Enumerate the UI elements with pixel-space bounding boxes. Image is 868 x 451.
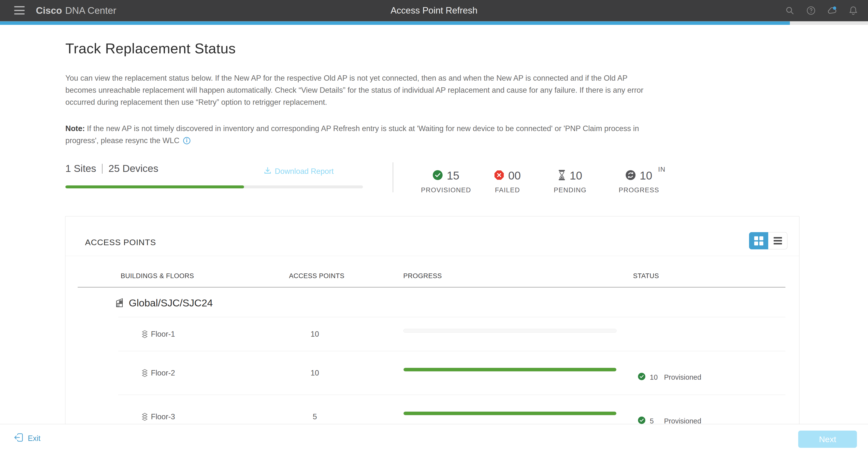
- note-label: Note:: [65, 124, 85, 133]
- column-buildings-floors: BUILDINGS & FLOORS: [121, 272, 194, 280]
- building-icon: [114, 297, 125, 309]
- floor-ap-count: 5: [288, 412, 342, 421]
- floor-row-1: Floor-1 10: [65, 317, 799, 351]
- download-report-label: Download Report: [275, 167, 334, 176]
- pending-count: 10: [570, 169, 582, 182]
- sync-icon: [626, 170, 636, 181]
- floor-name: Floor-3: [151, 412, 175, 421]
- column-progress: PROGRESS: [403, 272, 442, 280]
- table-header-row: BUILDINGS & FLOORS ACCESS POINTS PROGRES…: [65, 256, 799, 288]
- brand-cisco: Cisco: [36, 5, 62, 16]
- floor-status: 10 Provisioned: [638, 373, 702, 382]
- view-toggle: [749, 232, 787, 249]
- floor-progress-bar: [403, 412, 617, 415]
- overall-progress-bar: [65, 185, 363, 188]
- info-icon[interactable]: [183, 136, 191, 144]
- floor-progress-bar: [403, 329, 617, 333]
- brand: Cisco DNA Center: [36, 0, 116, 21]
- note-paragraph: Note: If the new AP is not timely discov…: [65, 122, 647, 147]
- floor-icon: [142, 330, 148, 338]
- status-check-icon: [638, 373, 645, 382]
- exit-button[interactable]: Exit: [13, 424, 40, 451]
- overall-progress-fill: [65, 185, 244, 188]
- check-circle-icon: [433, 170, 443, 181]
- floor-progress-fill: [404, 412, 616, 415]
- devices-count: 25 Devices: [108, 163, 158, 174]
- in-progress-count: 10: [640, 169, 652, 182]
- app-root: Cisco DNA Center Access Point Refresh: [0, 0, 868, 451]
- floor-name: Floor-1: [151, 330, 175, 339]
- floor-row-2: Floor-2 10 10 Provisioned: [65, 351, 799, 395]
- column-status: STATUS: [633, 272, 659, 280]
- cloud-status-icon[interactable]: [827, 6, 837, 16]
- floor-icon: [142, 413, 148, 421]
- provisioned-count: 15: [447, 169, 459, 182]
- page-load-bar-fill: [0, 21, 790, 25]
- note-text: If the new AP is not timely discovered i…: [65, 124, 639, 145]
- counter-pending: 10 PENDING: [542, 170, 598, 194]
- sites-devices-count: 1 Sites 25 Devices: [65, 163, 158, 174]
- page-load-bar: [0, 21, 868, 25]
- next-button[interactable]: Next: [798, 430, 857, 448]
- header-icon-group: [785, 0, 858, 21]
- counter-failed: 00 FAILED: [479, 170, 536, 194]
- grid-view-button[interactable]: [749, 232, 768, 249]
- card-header: ACCESS POINTS: [65, 216, 799, 256]
- failed-label: FAILED: [495, 186, 520, 194]
- brand-product: DNA Center: [65, 5, 116, 16]
- header-page-title: Access Point Refresh: [0, 0, 868, 21]
- floor-ap-count: 10: [288, 330, 342, 339]
- description-text: You can view the replacement status belo…: [65, 72, 647, 108]
- help-icon[interactable]: [806, 6, 816, 16]
- card-title: ACCESS POINTS: [85, 238, 156, 247]
- counter-in-progress: IN 10 PROGRESS: [612, 170, 666, 194]
- site-name: Global/SJC/SJC24: [129, 297, 213, 309]
- notifications-bell-icon[interactable]: [848, 6, 858, 16]
- grid-view-icon: [754, 236, 763, 245]
- site-row[interactable]: Global/SJC/SJC24: [65, 288, 799, 317]
- sites-count: 1 Sites: [65, 163, 96, 174]
- in-progress-label-top: IN: [658, 166, 665, 173]
- failed-octagon-icon: [494, 170, 504, 181]
- counter-provisioned: 15 PROVISIONED: [418, 170, 474, 194]
- exit-icon: [13, 432, 24, 445]
- exit-label: Exit: [28, 434, 40, 443]
- list-view-icon: [774, 237, 782, 244]
- summary-section: 1 Sites 25 Devices Download Report 15: [65, 157, 803, 204]
- summary-divider: [393, 162, 393, 192]
- page-title: Track Replacement Status: [65, 40, 236, 57]
- menu-icon[interactable]: [14, 6, 25, 15]
- download-icon: [264, 166, 272, 177]
- provisioned-label: PROVISIONED: [421, 186, 471, 194]
- search-icon[interactable]: [785, 6, 795, 16]
- in-progress-label: PROGRESS: [619, 186, 659, 194]
- floor-progress-bar: [403, 368, 617, 371]
- count-divider: [102, 164, 102, 174]
- failed-count: 00: [508, 169, 521, 182]
- access-points-card: ACCESS POINTS BUILDINGS & FLOORS ACCESS …: [65, 216, 800, 451]
- pending-label: PENDING: [554, 186, 587, 194]
- top-header: Cisco DNA Center Access Point Refresh: [0, 0, 868, 21]
- status-count: 10: [650, 373, 660, 382]
- floor-progress-fill: [404, 368, 616, 371]
- download-report-button[interactable]: Download Report: [264, 166, 334, 177]
- hourglass-icon: [558, 170, 565, 181]
- column-access-points: ACCESS POINTS: [289, 272, 345, 280]
- floor-name: Floor-2: [151, 369, 175, 378]
- footer-bar: Exit Next: [0, 424, 868, 451]
- floor-icon: [142, 369, 148, 377]
- status-label: Provisioned: [664, 373, 702, 382]
- list-view-button[interactable]: [768, 232, 787, 249]
- floor-ap-count: 10: [288, 369, 342, 378]
